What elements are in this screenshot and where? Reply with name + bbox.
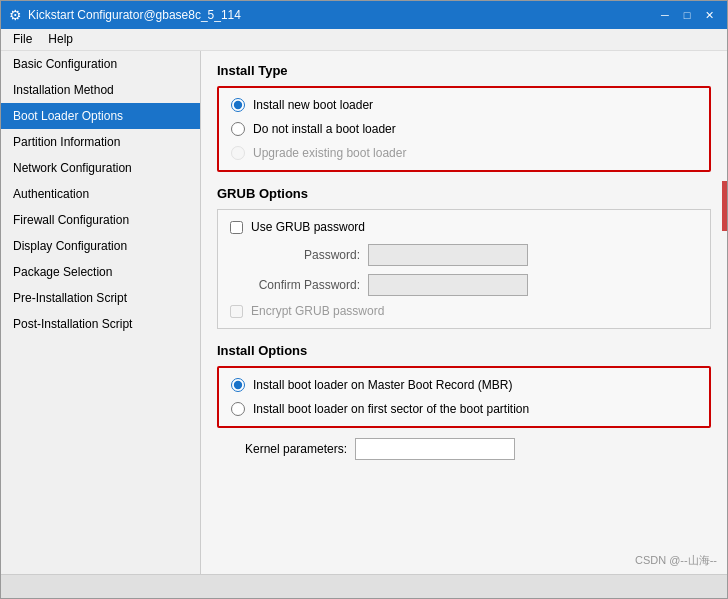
scroll-indicator bbox=[722, 181, 727, 231]
encrypt-grub-checkbox bbox=[230, 305, 243, 318]
title-bar: ⚙ Kickstart Configurator@gbase8c_5_114 ─… bbox=[1, 1, 727, 29]
confirm-password-input[interactable] bbox=[368, 274, 528, 296]
title-bar-controls: ─ □ ✕ bbox=[655, 6, 719, 24]
kernel-row: Kernel parameters: bbox=[217, 438, 711, 460]
app-icon: ⚙ bbox=[9, 7, 22, 23]
menu-help[interactable]: Help bbox=[40, 31, 81, 48]
install-type-title: Install Type bbox=[217, 63, 711, 78]
use-grub-password-item: Use GRUB password bbox=[230, 220, 698, 234]
password-row: Password: bbox=[230, 244, 698, 266]
radio-upgrade-existing-input bbox=[231, 146, 245, 160]
kernel-input[interactable] bbox=[355, 438, 515, 460]
install-type-box: Install new boot loader Do not install a… bbox=[217, 86, 711, 172]
use-grub-password-label[interactable]: Use GRUB password bbox=[251, 220, 365, 234]
main-panel: Install Type Install new boot loader Do … bbox=[201, 51, 727, 574]
radio-upgrade-existing-label: Upgrade existing boot loader bbox=[253, 146, 406, 160]
encrypt-grub-item: Encrypt GRUB password bbox=[230, 304, 698, 318]
install-options-title: Install Options bbox=[217, 343, 711, 358]
menu-file[interactable]: File bbox=[5, 31, 40, 48]
install-type-radio-group: Install new boot loader Do not install a… bbox=[231, 96, 697, 162]
use-grub-password-checkbox[interactable] bbox=[230, 221, 243, 234]
radio-do-not-install: Do not install a boot loader bbox=[231, 120, 697, 138]
window-title: Kickstart Configurator@gbase8c_5_114 bbox=[28, 8, 241, 22]
password-label: Password: bbox=[230, 248, 360, 262]
watermark: CSDN @--山海-- bbox=[635, 553, 717, 568]
maximize-button[interactable]: □ bbox=[677, 6, 697, 24]
radio-mbr-input[interactable] bbox=[231, 378, 245, 392]
sidebar-item-installation-method[interactable]: Installation Method bbox=[1, 77, 200, 103]
radio-first-sector-label[interactable]: Install boot loader on first sector of t… bbox=[253, 402, 529, 416]
sidebar-item-authentication[interactable]: Authentication bbox=[1, 181, 200, 207]
radio-install-new-input[interactable] bbox=[231, 98, 245, 112]
encrypt-grub-label: Encrypt GRUB password bbox=[251, 304, 384, 318]
password-input[interactable] bbox=[368, 244, 528, 266]
close-button[interactable]: ✕ bbox=[699, 6, 719, 24]
sidebar-item-network-configuration[interactable]: Network Configuration bbox=[1, 155, 200, 181]
grub-section: GRUB Options Use GRUB password Password:… bbox=[217, 186, 711, 329]
kernel-label: Kernel parameters: bbox=[217, 442, 347, 456]
sidebar-item-post-installation-script[interactable]: Post-Installation Script bbox=[1, 311, 200, 337]
radio-mbr-label[interactable]: Install boot loader on Master Boot Recor… bbox=[253, 378, 512, 392]
bottom-bar bbox=[1, 574, 727, 598]
install-options-section: Install Options Install boot loader on M… bbox=[217, 343, 711, 460]
install-options-box: Install boot loader on Master Boot Recor… bbox=[217, 366, 711, 428]
confirm-password-label: Confirm Password: bbox=[230, 278, 360, 292]
sidebar-item-pre-installation-script[interactable]: Pre-Installation Script bbox=[1, 285, 200, 311]
title-bar-left: ⚙ Kickstart Configurator@gbase8c_5_114 bbox=[9, 7, 241, 23]
menubar: File Help bbox=[1, 29, 727, 51]
sidebar-item-firewall-configuration[interactable]: Firewall Configuration bbox=[1, 207, 200, 233]
radio-install-new-label[interactable]: Install new boot loader bbox=[253, 98, 373, 112]
sidebar-item-package-selection[interactable]: Package Selection bbox=[1, 259, 200, 285]
main-window: ⚙ Kickstart Configurator@gbase8c_5_114 ─… bbox=[0, 0, 728, 599]
sidebar: Basic Configuration Installation Method … bbox=[1, 51, 201, 574]
radio-do-not-install-input[interactable] bbox=[231, 122, 245, 136]
sidebar-item-boot-loader-options[interactable]: Boot Loader Options bbox=[1, 103, 200, 129]
sidebar-item-partition-information[interactable]: Partition Information bbox=[1, 129, 200, 155]
radio-first-sector: Install boot loader on first sector of t… bbox=[231, 400, 697, 418]
confirm-password-row: Confirm Password: bbox=[230, 274, 698, 296]
content-area: Basic Configuration Installation Method … bbox=[1, 51, 727, 574]
grub-options-title: GRUB Options bbox=[217, 186, 711, 201]
install-options-radio-group: Install boot loader on Master Boot Recor… bbox=[231, 376, 697, 418]
radio-install-new: Install new boot loader bbox=[231, 96, 697, 114]
radio-first-sector-input[interactable] bbox=[231, 402, 245, 416]
radio-do-not-install-label[interactable]: Do not install a boot loader bbox=[253, 122, 396, 136]
sidebar-item-display-configuration[interactable]: Display Configuration bbox=[1, 233, 200, 259]
radio-upgrade-existing: Upgrade existing boot loader bbox=[231, 144, 697, 162]
sidebar-item-basic-configuration[interactable]: Basic Configuration bbox=[1, 51, 200, 77]
minimize-button[interactable]: ─ bbox=[655, 6, 675, 24]
radio-mbr: Install boot loader on Master Boot Recor… bbox=[231, 376, 697, 394]
grub-options-box: Use GRUB password Password: Confirm Pass… bbox=[217, 209, 711, 329]
